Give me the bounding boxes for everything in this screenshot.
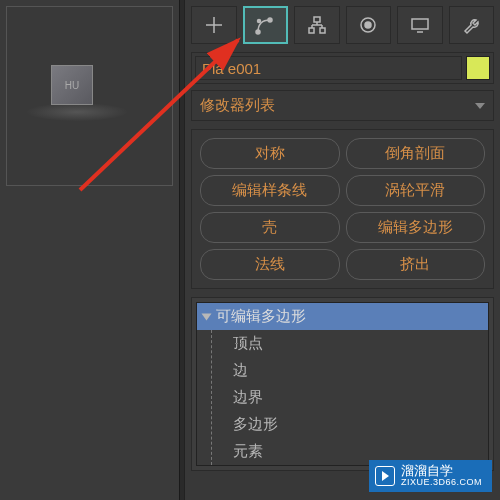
tab-create[interactable]	[191, 6, 237, 44]
mod-editspline-button[interactable]: 编辑样条线	[200, 175, 340, 206]
viewport: HU	[0, 0, 180, 500]
svg-rect-8	[320, 28, 325, 33]
tab-motion[interactable]	[346, 6, 392, 44]
mod-shell-button[interactable]: 壳	[200, 212, 340, 243]
scene-object[interactable]: HU	[51, 65, 93, 105]
stack-root-item[interactable]: 可编辑多边形	[197, 303, 488, 330]
object-color-swatch[interactable]	[466, 56, 490, 80]
watermark-url: ZIXUE.3D66.COM	[401, 478, 482, 488]
play-icon	[375, 466, 395, 486]
mod-normal-button[interactable]: 法线	[200, 249, 340, 280]
stack-sub-border[interactable]: 边界	[221, 384, 488, 411]
svg-point-14	[365, 22, 371, 28]
object-name-input[interactable]	[195, 56, 462, 80]
modifier-buttons: 对称 倒角剖面 编辑样条线 涡轮平滑 壳 编辑多边形 法线 挤出	[191, 129, 494, 289]
mod-turbosmooth-button[interactable]: 涡轮平滑	[346, 175, 486, 206]
svg-rect-7	[309, 28, 314, 33]
ground-shadow	[27, 103, 127, 121]
tab-utilities[interactable]	[449, 6, 495, 44]
command-panel: 修改器列表 对称 倒角剖面 编辑样条线 涡轮平滑 壳 编辑多边形 法线 挤出 可…	[184, 0, 500, 500]
mod-extrude-button[interactable]: 挤出	[346, 249, 486, 280]
watermark-title: 溜溜自学	[401, 464, 482, 478]
tab-hierarchy[interactable]	[294, 6, 340, 44]
svg-point-3	[256, 30, 260, 34]
stack-sub-polygon[interactable]: 多边形	[221, 411, 488, 438]
modifier-stack: 可编辑多边形 顶点 边 边界 多边形 元素	[191, 297, 494, 471]
stack-sub-edge[interactable]: 边	[221, 357, 488, 384]
svg-rect-6	[314, 17, 320, 22]
panel-tabs	[191, 6, 494, 44]
viewport-scene[interactable]: HU	[6, 6, 173, 186]
tab-modify[interactable]	[243, 6, 289, 44]
object-name-row	[191, 52, 494, 84]
stack-subobjects: 顶点 边 边界 多边形 元素	[197, 330, 488, 465]
stack-sub-vertex[interactable]: 顶点	[221, 330, 488, 357]
expand-icon	[202, 313, 212, 320]
stack-root-label: 可编辑多边形	[216, 307, 306, 326]
svg-point-4	[268, 18, 272, 22]
modifier-list-dropdown[interactable]: 修改器列表	[191, 90, 494, 121]
svg-point-5	[258, 20, 261, 23]
watermark: 溜溜自学 ZIXUE.3D66.COM	[369, 460, 492, 492]
mod-symmetry-button[interactable]: 对称	[200, 138, 340, 169]
mod-chamfer-button[interactable]: 倒角剖面	[346, 138, 486, 169]
mod-editpoly-button[interactable]: 编辑多边形	[346, 212, 486, 243]
tab-display[interactable]	[397, 6, 443, 44]
svg-rect-15	[412, 19, 428, 29]
